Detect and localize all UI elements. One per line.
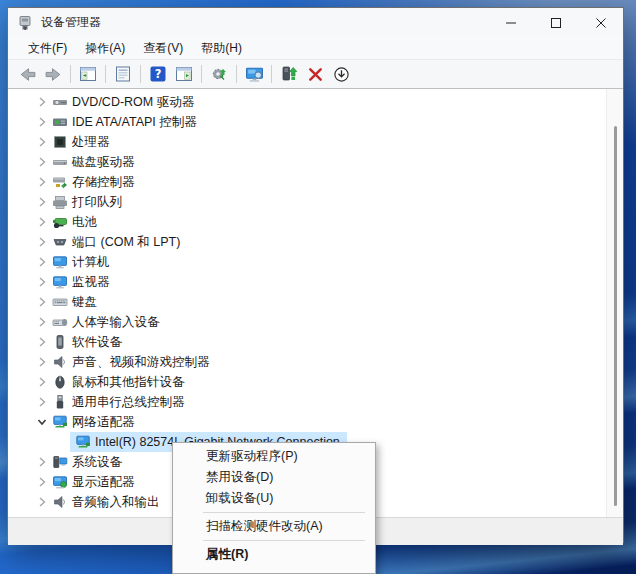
tree-row-dvd-cd-rom[interactable]: DVD/CD-ROM 驱动器 — [8, 92, 623, 112]
tree-row-label[interactable]: IDE ATA/ATAPI 控制器 — [72, 114, 197, 131]
tree-row-label[interactable]: 处理器 — [72, 134, 110, 151]
chevron-down-icon[interactable] — [36, 416, 48, 428]
tree-row-label[interactable]: 键盘 — [72, 294, 97, 311]
chevron-right-icon[interactable] — [36, 496, 48, 508]
chevron-right-icon[interactable] — [36, 476, 48, 488]
tree-row-hid[interactable]: 人体学输入设备 — [8, 312, 623, 332]
menu-file[interactable]: 文件(F) — [19, 37, 76, 60]
tree-row-batteries[interactable]: 电池 — [8, 212, 623, 232]
tree-row-mice[interactable]: 鼠标和其他指针设备 — [8, 372, 623, 392]
tree-row-label[interactable]: 打印队列 — [72, 194, 122, 211]
keyboard-icon — [52, 294, 68, 310]
computer-button[interactable] — [242, 62, 266, 86]
tree-row-label[interactable]: 端口 (COM 和 LPT) — [72, 234, 180, 251]
tree-row-network-adapters[interactable]: 网络适配器 — [8, 412, 623, 432]
tree-row-label[interactable]: 显示适配器 — [72, 474, 135, 491]
tree-row-label[interactable]: 电池 — [72, 214, 97, 231]
chevron-right-icon[interactable] — [36, 236, 48, 248]
tree-row-label[interactable]: 鼠标和其他指针设备 — [72, 374, 185, 391]
chevron-right-icon[interactable] — [36, 96, 48, 108]
chevron-right-icon[interactable] — [36, 376, 48, 388]
network-adapter-icon — [52, 414, 68, 430]
tree-row-label[interactable]: DVD/CD-ROM 驱动器 — [72, 94, 194, 111]
toolbar-separator — [105, 65, 106, 83]
menu-item-disable-device[interactable]: 禁用设备(D) — [173, 467, 375, 488]
scrollbar-thumb[interactable] — [614, 126, 617, 506]
tree-row-ports[interactable]: 端口 (COM 和 LPT) — [8, 232, 623, 252]
tree-row-keyboards[interactable]: 键盘 — [8, 292, 623, 312]
disable-device-icon — [333, 66, 350, 83]
scan-hardware-changes-button[interactable] — [207, 62, 231, 86]
uninstall-device-icon — [307, 66, 324, 83]
maximize-button[interactable] — [533, 8, 578, 37]
disk-drive-icon — [52, 154, 68, 170]
tree-row-processors[interactable]: 处理器 — [8, 132, 623, 152]
tree-row-computer[interactable]: 计算机 — [8, 252, 623, 272]
forward-icon — [44, 65, 63, 84]
speaker-icon — [52, 354, 68, 370]
hid-icon — [52, 314, 68, 330]
chevron-right-icon[interactable] — [36, 396, 48, 408]
title-bar[interactable]: 设备管理器 — [8, 8, 623, 37]
software-device-icon — [52, 334, 68, 350]
uninstall-device-button[interactable] — [303, 62, 327, 86]
action-pane-button[interactable] — [172, 62, 196, 86]
vertical-scrollbar[interactable] — [606, 89, 623, 517]
tree-row-sound-controllers[interactable]: 声音、视频和游戏控制器 — [8, 352, 623, 372]
chevron-right-icon[interactable] — [36, 216, 48, 228]
menu-item-update-driver[interactable]: 更新驱动程序(P) — [173, 446, 375, 467]
chevron-right-icon[interactable] — [36, 156, 48, 168]
tree-row-software-devices[interactable]: 软件设备 — [8, 332, 623, 352]
chevron-right-icon[interactable] — [36, 176, 48, 188]
tree-row-label[interactable]: 存储控制器 — [72, 174, 135, 191]
chevron-right-icon[interactable] — [36, 116, 48, 128]
console-tree-button[interactable] — [76, 62, 100, 86]
device-context-menu: 更新驱动程序(P) 禁用设备(D) 卸载设备(U) 扫描检测硬件改动(A) 属性… — [172, 442, 376, 574]
chevron-right-icon[interactable] — [36, 296, 48, 308]
tree-row-label[interactable]: 软件设备 — [72, 334, 122, 351]
minimize-button[interactable] — [488, 8, 533, 37]
tree-row-print-queues[interactable]: 打印队列 — [8, 192, 623, 212]
toolbar — [8, 60, 623, 89]
chevron-right-icon[interactable] — [36, 336, 48, 348]
menu-help[interactable]: 帮助(H) — [192, 37, 251, 60]
tree-row-disk-drives[interactable]: 磁盘驱动器 — [8, 152, 623, 172]
chevron-right-icon[interactable] — [36, 356, 48, 368]
tree-row-monitors[interactable]: 监视器 — [8, 272, 623, 292]
chevron-right-icon[interactable] — [36, 196, 48, 208]
toolbar-separator — [70, 65, 71, 83]
tree-row-storage-controllers[interactable]: 存储控制器 — [8, 172, 623, 192]
properties-button[interactable] — [111, 62, 135, 86]
close-button[interactable] — [578, 8, 623, 37]
forward-button[interactable] — [41, 62, 65, 86]
update-driver-button[interactable] — [277, 62, 301, 86]
tree-row-label[interactable]: 网络适配器 — [72, 414, 135, 431]
ide-controller-icon — [52, 114, 68, 130]
tree-row-label[interactable]: 监视器 — [72, 274, 110, 291]
tree-row-label[interactable]: 通用串行总线控制器 — [72, 394, 185, 411]
menu-separator — [203, 512, 365, 513]
menu-item-scan-hardware-changes[interactable]: 扫描检测硬件改动(A) — [173, 516, 375, 537]
chevron-right-icon[interactable] — [36, 456, 48, 468]
tree-row-label[interactable]: 磁盘驱动器 — [72, 154, 135, 171]
chevron-right-icon[interactable] — [36, 316, 48, 328]
menu-item-uninstall-device[interactable]: 卸载设备(U) — [173, 488, 375, 509]
back-button[interactable] — [15, 62, 39, 86]
tree-row-label[interactable]: 系统设备 — [72, 454, 122, 471]
help-button[interactable] — [146, 62, 170, 86]
disable-device-button[interactable] — [329, 62, 353, 86]
tree-row-ide-controller[interactable]: IDE ATA/ATAPI 控制器 — [8, 112, 623, 132]
tree-row-label[interactable]: 音频输入和输出 — [72, 494, 160, 511]
menu-item-properties[interactable]: 属性(R) — [173, 544, 375, 565]
menu-action[interactable]: 操作(A) — [76, 37, 134, 60]
tree-row-label[interactable]: 人体学输入设备 — [72, 314, 160, 331]
tree-row-usb-controllers[interactable]: 通用串行总线控制器 — [8, 392, 623, 412]
tree-row-label[interactable]: 声音、视频和游戏控制器 — [72, 354, 210, 371]
toolbar-separator — [201, 65, 202, 83]
menu-view[interactable]: 查看(V) — [134, 37, 192, 60]
chevron-right-icon[interactable] — [36, 276, 48, 288]
chevron-right-icon[interactable] — [36, 136, 48, 148]
tree-row-label[interactable]: 计算机 — [72, 254, 110, 271]
chevron-right-icon[interactable] — [36, 256, 48, 268]
computer-icon — [245, 65, 264, 84]
